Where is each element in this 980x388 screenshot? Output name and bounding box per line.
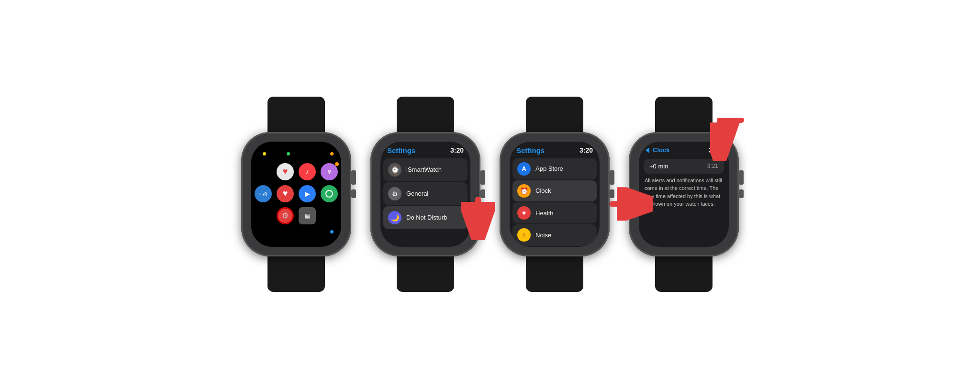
health-label: Health — [535, 210, 554, 217]
right-arrow-3 — [610, 187, 653, 222]
band-bottom-3 — [526, 254, 583, 292]
settings-time-2: 3:20 — [450, 146, 464, 154]
watch-crown-4 — [739, 170, 744, 185]
main-container: ♥ ♪ 🎙 myQ ♥ ▶ — [0, 0, 980, 388]
clock-item[interactable]: ⏰ Clock — [512, 180, 597, 201]
watch-3: Settings 3:20 A App Store ⏰ Clock — [500, 94, 610, 295]
watch-btn-4 — [739, 189, 744, 198]
appstore-item[interactable]: A App Store — [512, 158, 597, 179]
general-item-icon: ⚙ — [388, 187, 401, 200]
appstore-item-icon: A — [517, 162, 531, 176]
settings-list-3: A App Store ⏰ Clock ♥ Health — [510, 157, 600, 247]
health-item-icon: ♥ — [517, 206, 531, 220]
watch-case-3: Settings 3:20 A App Store ⏰ Clock — [500, 132, 610, 256]
watch-screen-3: Settings 3:20 A App Store ⏰ Clock — [510, 142, 600, 247]
settings-title-3: Settings — [516, 146, 545, 155]
down-arrow-4 — [710, 118, 748, 163]
settings-screen-3: Settings 3:20 A App Store ⏰ Clock — [510, 142, 600, 247]
watch-crown-3 — [610, 170, 614, 185]
settings-list-2: ⌚ iSmartWatch ⚙ General 🌙 Do Not Disturb — [380, 157, 470, 247]
settings-icon[interactable]: ⚙ — [277, 207, 294, 224]
donotdisturb-item[interactable]: 🌙 Do Not Disturb — [383, 206, 468, 229]
heart-app-icon[interactable]: ♥ — [277, 185, 294, 202]
watch-crown-1 — [351, 170, 356, 185]
watch-screen-1: ♥ ♪ 🎙 myQ ♥ ▶ — [251, 142, 341, 247]
appstore-label: App Store — [535, 165, 563, 172]
ismartwatch-item[interactable]: ⌚ iSmartWatch — [383, 158, 468, 181]
donotdisturb-item-icon: 🌙 — [388, 211, 401, 224]
band-bottom-2 — [397, 254, 454, 292]
donotdisturb-label: Do Not Disturb — [406, 214, 447, 221]
green-app-icon[interactable] — [321, 185, 338, 202]
watch-screen-2: Settings 3:20 ⌚ iSmartWatch ⚙ General — [380, 142, 470, 247]
back-label: Clock — [653, 146, 669, 154]
calculator-icon[interactable]: ▦ — [299, 207, 316, 224]
settings-header-3: Settings 3:20 — [510, 142, 600, 157]
band-top-4 — [655, 97, 713, 135]
clock-item-icon: ⏰ — [517, 184, 531, 198]
band-bottom-4 — [655, 254, 713, 292]
play-icon[interactable]: ▶ — [299, 185, 316, 202]
clock-description: All alerts and notifications will still … — [644, 177, 724, 208]
settings-header-2: Settings 3:20 — [380, 142, 470, 157]
health-item[interactable]: ♥ Health — [512, 202, 597, 223]
offset-label: +0 min — [649, 163, 668, 170]
clock-label: Clock — [535, 187, 551, 194]
band-bottom-1 — [267, 254, 325, 292]
watch-crown-2 — [480, 170, 485, 185]
band-top-3 — [526, 97, 583, 135]
heartrate-icon[interactable]: ♥ — [277, 163, 294, 180]
noise-label: Noise — [535, 232, 551, 239]
app-grid-screen: ♥ ♪ 🎙 myQ ♥ ▶ — [251, 142, 341, 247]
watch-btn-1 — [351, 189, 356, 198]
ismartwatch-item-icon: ⌚ — [388, 163, 401, 177]
settings-screen-2: Settings 3:20 ⌚ iSmartWatch ⚙ General — [380, 142, 470, 247]
band-top-1 — [267, 97, 325, 135]
general-label: General — [406, 190, 428, 197]
settings-title-2: Settings — [387, 146, 415, 155]
down-arrow-2 — [461, 197, 495, 242]
ismartwatch-label: iSmartWatch — [406, 166, 442, 173]
watch-2: Settings 3:20 ⌚ iSmartWatch ⚙ General — [370, 94, 480, 295]
noise-item[interactable]: 👂 Noise — [512, 224, 597, 245]
watch-case-1: ♥ ♪ 🎙 myQ ♥ ▶ — [241, 132, 351, 256]
watch-1: ♥ ♪ 🎙 myQ ♥ ▶ — [241, 94, 351, 295]
music-icon[interactable]: ♪ — [299, 163, 316, 180]
noise-item-icon: 👂 — [517, 228, 531, 242]
band-top-2 — [397, 97, 454, 135]
myq-icon[interactable]: myQ — [255, 185, 272, 202]
settings-time-3: 3:20 — [579, 146, 593, 154]
podcasts-icon[interactable]: 🎙 — [321, 163, 338, 180]
back-button[interactable]: Clock — [646, 146, 669, 154]
back-chevron-icon — [646, 147, 649, 153]
general-item[interactable]: ⚙ General — [383, 182, 468, 205]
offset-value: 3:21 — [707, 163, 718, 169]
